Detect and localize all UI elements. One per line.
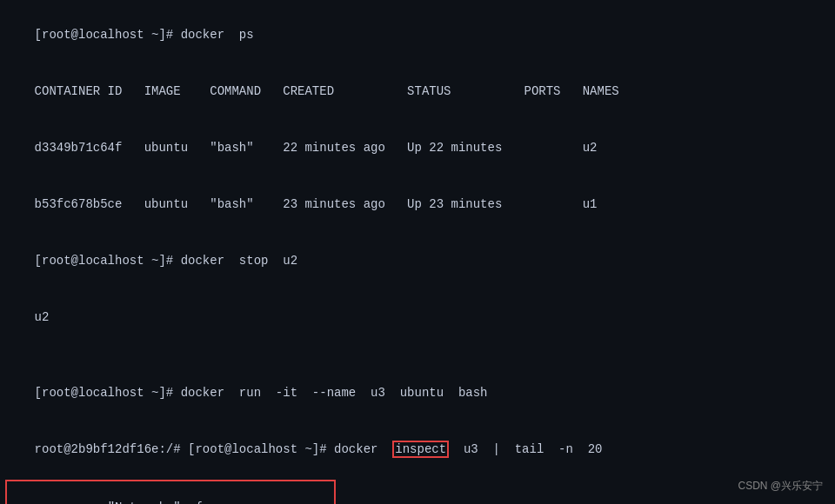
inspect-keyword: inspect — [392, 441, 449, 458]
watermark: CSDN @兴乐安宁 — [738, 479, 823, 494]
run-cmd-line: [root@localhost ~]# docker run -it --nam… — [5, 365, 830, 421]
container-row-2: b53fc678b5ce ubuntu "bash" 23 minutes ag… — [5, 176, 830, 233]
docker-ps-line: [root@localhost ~]# docker ps — [5, 7, 830, 63]
blank-line — [5, 346, 830, 365]
container-row-1: d3349b71c64f ubuntu "bash" 22 minutes ag… — [5, 120, 830, 176]
docker-ps-text: [root@localhost ~]# docker ps — [35, 28, 254, 42]
inspect-cmd-line: root@2b9bf12df16e:/# [root@localhost ~]#… — [5, 421, 830, 478]
stop-output: u2 — [5, 289, 830, 346]
stop-cmd-line: [root@localhost ~]# docker stop u2 — [5, 233, 830, 289]
json-block: "Networks": { "bridge": { — [5, 480, 217, 504]
ps-header: CONTAINER ID IMAGE COMMAND CREATED STATU… — [5, 63, 830, 120]
header-text: CONTAINER ID IMAGE COMMAND CREATED STATU… — [35, 84, 619, 98]
networks-line: "Networks": { — [5, 480, 217, 504]
terminal: [root@localhost ~]# docker ps CONTAINER … — [0, 0, 835, 504]
